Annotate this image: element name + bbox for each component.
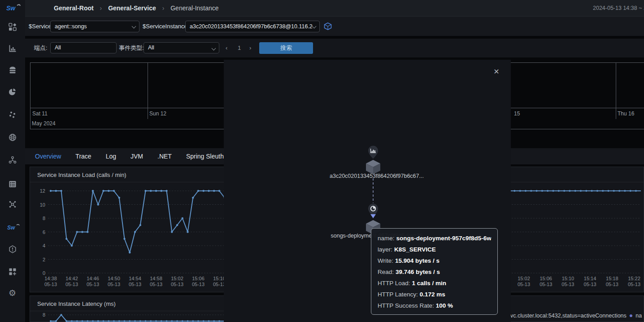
timeline-day-label: Sun 12 xyxy=(149,110,166,117)
event-type-label: 事件类型: xyxy=(119,39,144,57)
profile-icon[interactable] xyxy=(9,88,17,96)
topology-icon[interactable] xyxy=(9,156,17,164)
svg-text:0: 0 xyxy=(43,270,45,276)
svg-text:14:54: 14:54 xyxy=(129,276,141,281)
svg-text:05-13: 05-13 xyxy=(540,282,552,287)
svg-text:8: 8 xyxy=(43,312,45,318)
svg-text:8: 8 xyxy=(43,216,45,221)
tooltip-row: HTTP Latency:0.172 ms xyxy=(378,289,491,300)
metrics-pin-icon xyxy=(366,145,380,159)
svg-text:05-13: 05-13 xyxy=(518,282,530,287)
breadcrumb-separator: › xyxy=(162,4,165,12)
instance-node-label: a3c20c020133453f864206f97b6c67... xyxy=(309,173,444,179)
svg-text:15:06: 15:06 xyxy=(540,276,552,281)
service-instance-label: $ServiceInstance xyxy=(143,17,187,36)
timeline-month-label: May 2024 xyxy=(32,120,56,127)
tab-spring-sleuth[interactable]: Spring Sleuth xyxy=(186,153,224,160)
svg-text:05-13: 05-13 xyxy=(561,282,574,287)
sidebar: Sw Sw xyxy=(0,0,25,322)
chevron-down-icon xyxy=(212,46,216,51)
tooltip-row: HTTP Success Rate:100 % xyxy=(378,300,491,311)
alerting-icon[interactable] xyxy=(9,245,17,253)
close-icon[interactable]: ✕ xyxy=(492,67,501,76)
svg-text:12: 12 xyxy=(40,188,45,194)
svg-text:05-13: 05-13 xyxy=(192,282,205,287)
svg-text:14:58: 14:58 xyxy=(150,276,162,281)
svg-text:05-13: 05-13 xyxy=(584,282,596,287)
svg-text:15:18: 15:18 xyxy=(606,276,618,281)
tab--net[interactable]: .NET xyxy=(157,153,172,160)
svg-text:05-13: 05-13 xyxy=(606,282,618,287)
tooltip-row: layer:K8S_SERVICE xyxy=(378,244,491,255)
tooltip-row: Read:39.746 bytes / s xyxy=(378,266,491,278)
event-filter-bar: 端点: All 事件类型: All ‹ 1 › 搜索 xyxy=(25,39,644,57)
svg-text:15:14: 15:14 xyxy=(584,276,596,281)
svg-text:05-13: 05-13 xyxy=(171,282,183,287)
instance-dependency-dialog: ✕ a3c20c020133453f864206f97b6c67... xyxy=(224,60,511,322)
service-mesh-icon[interactable] xyxy=(9,200,17,208)
set-current-instance-icon[interactable] xyxy=(323,22,333,31)
breadcrumb: General-Root › General-Service › General… xyxy=(54,0,219,16)
svg-text:14:46: 14:46 xyxy=(87,276,99,281)
timeline-day-label: Sat 11 xyxy=(32,110,48,117)
time-range-picker[interactable]: 2024-05-13 14:38 ~ 2024-05 xyxy=(593,0,644,16)
node-tooltip: name:songs-deployment-957c9f8d5-6wz26lay… xyxy=(371,228,498,315)
svg-text:14:38: 14:38 xyxy=(44,276,57,281)
search-button[interactable]: 搜索 xyxy=(259,42,313,54)
chevron-down-icon xyxy=(132,24,136,29)
sampling-icon[interactable] xyxy=(9,111,17,119)
service-label: $Service xyxy=(29,17,52,36)
series-value-partial: na xyxy=(635,313,642,319)
browser-icon[interactable] xyxy=(9,133,17,141)
breadcrumb-separator: › xyxy=(100,4,102,12)
load-chart-title: Service Instance Load (calls / min) xyxy=(37,172,126,178)
latency-chart-title: Service Instance Latency (ms) xyxy=(37,300,116,307)
breadcrumb-root[interactable]: General-Root xyxy=(54,4,94,12)
tab-log[interactable]: Log xyxy=(106,153,116,160)
service-select[interactable]: agent::songs xyxy=(50,21,139,32)
svg-text:10: 10 xyxy=(40,202,45,207)
events-icon[interactable] xyxy=(9,180,17,188)
svg-text:15:10: 15:10 xyxy=(562,276,574,281)
tooltip-row: HTTP Load:1 calls / min xyxy=(378,278,491,289)
svg-text:05-13: 05-13 xyxy=(129,282,141,287)
page-number: 1 xyxy=(238,39,241,57)
dashboards-icon[interactable] xyxy=(9,23,17,31)
breadcrumb-instance[interactable]: General-Instance xyxy=(170,4,218,12)
tab-trace[interactable]: Trace xyxy=(75,153,91,160)
skywalking-icon[interactable]: Sw xyxy=(7,223,21,232)
tab-overview[interactable]: Overview xyxy=(35,153,61,160)
legend-dot-icon: ● xyxy=(629,312,633,319)
timeline-day-label: Thu 16 xyxy=(618,110,634,117)
database-icon[interactable] xyxy=(9,66,17,74)
settings-icon[interactable]: ⚙ xyxy=(9,289,17,297)
series-tooltip: vc.cluster.local:5432,status=activeConne… xyxy=(510,312,642,319)
svg-text:15:06: 15:06 xyxy=(192,276,205,281)
endpoint-input[interactable]: All xyxy=(50,42,117,53)
svg-text:15:22: 15:22 xyxy=(628,276,640,281)
svg-text:05-13: 05-13 xyxy=(628,282,640,287)
svg-text:14:42: 14:42 xyxy=(65,276,78,281)
svg-text:6: 6 xyxy=(43,229,45,235)
next-page-button[interactable]: › xyxy=(249,39,251,57)
top-navbar: General-Root › General-Service › General… xyxy=(25,0,644,16)
svg-text:14:50: 14:50 xyxy=(108,276,120,281)
svg-text:05-13: 05-13 xyxy=(150,282,162,287)
tab-jvm[interactable]: JVM xyxy=(131,153,143,160)
breadcrumb-service[interactable]: General-Service xyxy=(108,4,156,12)
metrics-icon[interactable] xyxy=(9,44,17,53)
new-dashboard-icon[interactable] xyxy=(9,268,17,276)
series-name: vc.cluster.local:5432,status=activeConne… xyxy=(510,313,627,319)
service-instance-select[interactable]: a3c20c020133453f864206f97b6c6738@10.116.… xyxy=(185,21,320,32)
chevron-down-icon xyxy=(312,24,317,29)
timeline-day-label: 15 xyxy=(514,110,520,117)
svg-text:Sw: Sw xyxy=(7,225,15,231)
skywalking-app: Sw Sw xyxy=(0,0,644,322)
svg-text:05-13: 05-13 xyxy=(65,282,78,287)
tooltip-row: name:songs-deployment-957c9f8d5-6wz26 xyxy=(378,233,491,244)
prev-page-button[interactable]: ‹ xyxy=(226,39,227,57)
svg-text:05-13: 05-13 xyxy=(87,282,99,287)
svg-text:2: 2 xyxy=(43,257,45,262)
event-type-select[interactable]: All xyxy=(144,42,219,53)
svg-text:05-13: 05-13 xyxy=(108,282,120,287)
